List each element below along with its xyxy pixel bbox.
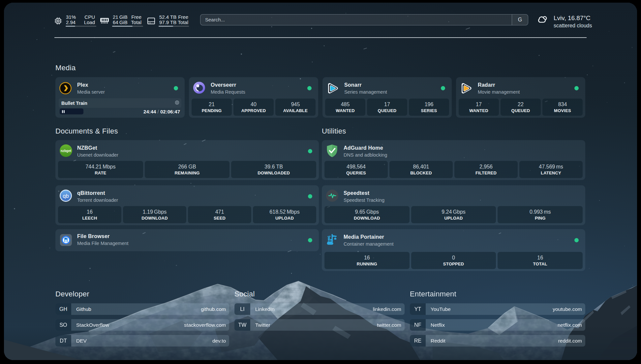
svg-text:nzbget: nzbget [61,149,72,153]
svg-text:qb: qb [63,193,69,199]
